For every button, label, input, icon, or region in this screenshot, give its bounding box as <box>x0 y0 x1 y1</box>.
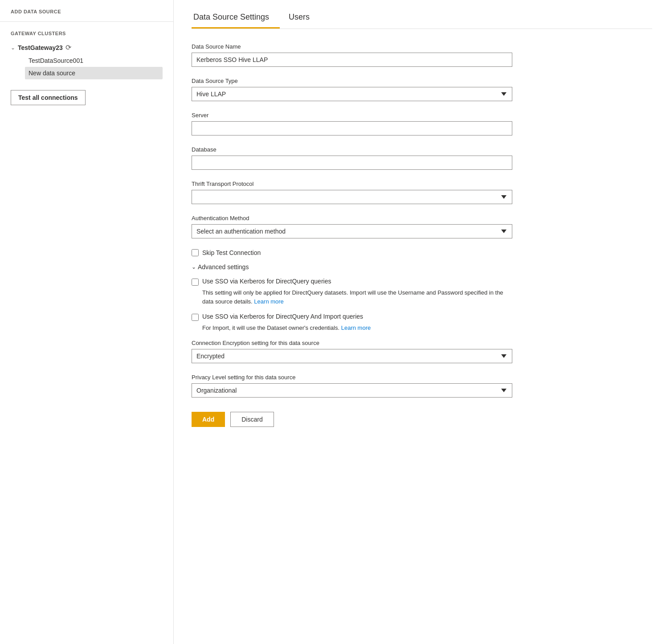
sso2-group: Use SSO via Kerberos for DirectQuery And… <box>192 313 512 332</box>
data-source-name-label: Data Source Name <box>192 43 512 50</box>
button-bar: Add Discard <box>192 412 512 427</box>
sso1-checkbox[interactable] <box>192 279 199 286</box>
database-group: Database <box>192 146 512 170</box>
datasource-item-new[interactable]: New data source <box>25 67 163 79</box>
auth-method-select[interactable]: Select an authentication method <box>192 224 512 238</box>
skip-test-connection-label: Skip Test Connection <box>202 249 261 256</box>
sso2-description: For Import, it will use the Dataset owne… <box>202 324 512 332</box>
sso2-desc-text: For Import, it will use the Dataset owne… <box>202 324 339 331</box>
datasource-list: TestDataSource001 New data source <box>11 54 163 79</box>
server-group: Server <box>192 112 512 135</box>
thrift-group: Thrift Transport Protocol <box>192 180 512 204</box>
skip-test-connection-row: Skip Test Connection <box>192 249 512 256</box>
gateway-section: GATEWAY CLUSTERS ⌄ TestGateway23 ⟳ TestD… <box>0 22 173 79</box>
advanced-settings-content: Use SSO via Kerberos for DirectQuery que… <box>192 278 512 332</box>
tab-data-source-settings[interactable]: Data Source Settings <box>192 7 280 29</box>
add-data-source-header: ADD DATA SOURCE <box>0 9 173 22</box>
gateway-name: TestGateway23 <box>18 44 63 51</box>
server-input[interactable] <box>192 121 512 135</box>
advanced-settings-toggle[interactable]: ⌄ Advanced settings <box>192 263 512 271</box>
data-source-type-label: Data Source Type <box>192 78 512 84</box>
gateway-item[interactable]: ⌄ TestGateway23 ⟳ <box>11 41 163 54</box>
sso1-learn-more-link[interactable]: Learn more <box>254 298 283 305</box>
gateway-clusters-label: GATEWAY CLUSTERS <box>11 31 163 36</box>
encryption-select[interactable]: Encrypted Not Encrypted <box>192 349 512 363</box>
data-source-type-select[interactable]: Hive LLAP <box>192 87 512 101</box>
auth-method-label: Authentication Method <box>192 215 512 222</box>
sso1-group: Use SSO via Kerberos for DirectQuery que… <box>192 278 512 306</box>
database-label: Database <box>192 146 512 153</box>
sidebar: ADD DATA SOURCE GATEWAY CLUSTERS ⌄ TestG… <box>0 0 174 644</box>
add-button[interactable]: Add <box>192 412 225 427</box>
sso1-label: Use SSO via Kerberos for DirectQuery que… <box>202 278 331 285</box>
advanced-settings-label: Advanced settings <box>198 263 249 271</box>
data-source-name-group: Data Source Name <box>192 43 512 67</box>
sso1-row: Use SSO via Kerberos for DirectQuery que… <box>192 278 512 286</box>
data-source-type-group: Data Source Type Hive LLAP <box>192 78 512 101</box>
chevron-down-icon: ⌄ <box>11 45 15 51</box>
refresh-icon: ⟳ <box>65 43 71 52</box>
encryption-label: Connection Encryption setting for this d… <box>192 340 512 346</box>
discard-button[interactable]: Discard <box>230 412 274 427</box>
privacy-select[interactable]: Organizational None Private Public <box>192 383 512 398</box>
datasource-item-testdatasource[interactable]: TestDataSource001 <box>25 54 163 67</box>
encryption-group: Connection Encryption setting for this d… <box>192 340 512 363</box>
privacy-group: Privacy Level setting for this data sour… <box>192 374 512 398</box>
sso2-checkbox[interactable] <box>192 314 199 321</box>
auth-method-group: Authentication Method Select an authenti… <box>192 215 512 238</box>
sso1-desc-text: This setting will only be applied for Di… <box>202 289 503 305</box>
data-source-name-input[interactable] <box>192 53 512 67</box>
tabs-nav: Data Source Settings Users <box>192 0 652 29</box>
chevron-icon: ⌄ <box>192 264 196 270</box>
server-label: Server <box>192 112 512 119</box>
data-source-settings-form: Data Source Name Data Source Type Hive L… <box>192 43 512 427</box>
thrift-select[interactable] <box>192 190 512 204</box>
thrift-label: Thrift Transport Protocol <box>192 180 512 187</box>
skip-test-connection-checkbox[interactable] <box>192 249 199 256</box>
sso1-description: This setting will only be applied for Di… <box>202 288 512 306</box>
database-input[interactable] <box>192 156 512 170</box>
sso2-learn-more-link[interactable]: Learn more <box>341 324 371 331</box>
test-all-connections-button[interactable]: Test all connections <box>11 90 86 105</box>
privacy-label: Privacy Level setting for this data sour… <box>192 374 512 381</box>
sso2-label: Use SSO via Kerberos for DirectQuery And… <box>202 313 363 320</box>
tab-users[interactable]: Users <box>287 7 320 29</box>
sso2-row: Use SSO via Kerberos for DirectQuery And… <box>192 313 512 321</box>
main-content: Data Source Settings Users Data Source N… <box>174 0 670 644</box>
